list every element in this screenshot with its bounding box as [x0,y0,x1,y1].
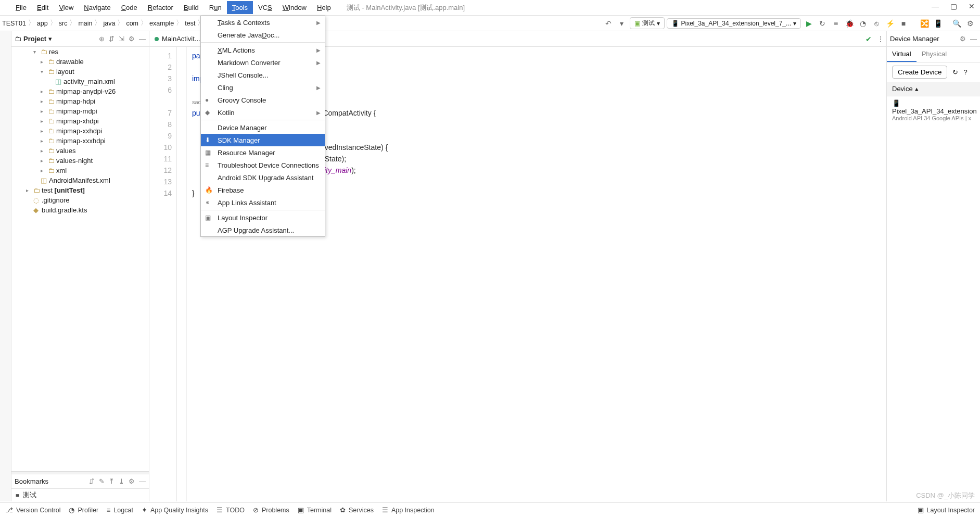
st-layout-inspector[interactable]: ▣ Layout Inspector [918,506,975,514]
tree-row[interactable]: ◫ AndroidManifest.xml [11,175,149,185]
bk-hide-icon[interactable]: — [139,477,146,485]
menu-code[interactable]: Code [116,1,143,14]
tab-virtual[interactable]: Virtual [887,47,917,62]
st-profiler[interactable]: ◔ Profiler [69,506,98,514]
st-version-control[interactable]: ⎇ Version Control [5,506,60,514]
profile-icon[interactable]: ◔ [857,18,869,29]
menu-tools[interactable]: Tools [227,1,253,14]
menu-view[interactable]: View [54,1,79,14]
menu-build[interactable]: Build [179,1,204,14]
st-services[interactable]: ✿ Services [340,506,374,514]
run-config-selector[interactable]: ▣ 测试 ▾ [630,17,665,29]
tree-row[interactable]: ▾🗀 res [11,47,149,57]
stop-icon[interactable]: ■ [898,18,909,29]
project-tree[interactable]: ▾🗀 res▸🗀 drawable▾🗀 layout◫ activity_mai… [11,47,149,471]
tree-row[interactable]: ▸🗀 mipmap-xxhdpi [11,126,149,136]
bk-up-icon[interactable]: ⤒ [109,477,114,485]
tree-row[interactable]: ▸🗀 drawable [11,57,149,67]
tree-row[interactable]: ▸🗀 xml [11,166,149,175]
gear-icon[interactable]: ⚙ [129,35,135,43]
tree-row[interactable]: ◌ .gitignore [11,195,149,205]
breadcrumb-seg[interactable]: app [35,20,50,27]
tree-row[interactable]: ▸🗀 values-night [11,156,149,166]
menu-item-jshell-console-[interactable]: JShell Console... [201,69,325,81]
breadcrumb-seg[interactable]: TEST01 [0,20,28,27]
tree-row[interactable]: ▸🗀test [unitTest] [11,185,149,195]
sort-icon[interactable]: ⇵ [109,35,114,43]
rerun-icon[interactable]: ↻ [817,18,828,29]
dropdown-icon[interactable]: ▾ [616,18,628,29]
st-app-inspection[interactable]: ☰ App Inspection [382,506,435,514]
device-row[interactable]: 📱 Pixel_3a_API_34_extension Android API … [887,96,980,124]
breadcrumb-seg[interactable]: main [76,20,94,27]
tree-row[interactable]: ▸🗀 mipmap-xxxhdpi [11,136,149,146]
dm-help-icon[interactable]: ? [963,68,967,76]
editor-more-icon[interactable]: ⋮ [875,33,886,45]
dm-refresh-icon[interactable]: ↻ [952,68,958,76]
st-app-quality[interactable]: ✦ App Quality Insights [142,506,208,514]
menu-item-generate-javadoc-[interactable]: Generate JavaDoc... [201,29,325,41]
settings-icon[interactable]: ⚙ [964,18,976,29]
st-problems[interactable]: ⊘ Problems [253,506,289,514]
menu-item-groovy-console[interactable]: ●Groovy Console [201,94,325,106]
tree-row[interactable]: ▸🗀 mipmap-xhdpi [11,116,149,126]
analysis-ok-icon[interactable]: ✔ [866,35,872,43]
collapse-icon[interactable]: ⇲ [119,35,124,43]
device-selector[interactable]: 📱 Pixel_3a_API_34_extension_level_7_... … [667,18,801,29]
menu-edit[interactable]: Edit [32,1,54,14]
menu-item-markdown-converter[interactable]: Markdown Converter▶ [201,56,325,69]
menu-run[interactable]: Run [204,1,227,14]
coverage-icon[interactable]: ≡ [830,18,842,29]
attach-icon[interactable]: ⎋ [871,18,882,29]
dm-hide-icon[interactable]: — [970,35,977,43]
st-todo[interactable]: ☰ TODO [217,506,245,514]
breadcrumb-seg[interactable]: test [183,20,197,27]
close-icon[interactable]: ✕ [969,2,975,10]
breadcrumb-seg[interactable]: example [147,20,176,27]
menu-item-resource-manager[interactable]: ▦Resource Manager [201,146,325,159]
tab-physical[interactable]: Physical [917,47,952,62]
bk-down-icon[interactable]: ⤓ [119,477,124,485]
left-toolwindow-bar[interactable] [0,31,11,501]
maximize-icon[interactable]: ▢ [950,2,957,10]
debug-icon[interactable]: 🐞 [844,18,855,29]
dm-gear-icon[interactable]: ⚙ [960,35,966,43]
menu-item-cling[interactable]: Cling▶ [201,81,325,94]
tree-row[interactable]: ▸🗀 values [11,146,149,156]
target-icon[interactable]: ⊕ [99,35,105,43]
menu-item-kotlin[interactable]: ◆Kotlin▶ [201,106,325,119]
tree-row[interactable]: ▸🗀 mipmap-anydpi-v26 [11,86,149,96]
menu-vcs[interactable]: VCS [253,1,277,14]
menu-help[interactable]: Help [312,1,336,14]
minimize-icon[interactable]: — [932,2,939,10]
sync-icon[interactable]: 🔀 [919,18,930,29]
menu-item-firebase[interactable]: 🔥Firebase [201,184,325,196]
bk-edit-icon[interactable]: ✎ [99,477,105,485]
tree-row[interactable]: ◫ activity_main.xml [11,77,149,86]
run-icon[interactable]: ▶ [803,18,814,29]
back-icon[interactable]: ↶ [603,18,614,29]
tree-row[interactable]: ▾🗀 layout [11,67,149,77]
tab-mainactivity[interactable]: MainActivit... [149,32,206,45]
menu-item-app-links-assistant[interactable]: ⚭App Links Assistant [201,196,325,209]
bk-icon[interactable]: ⇵ [89,477,95,485]
st-logcat[interactable]: ≡ Logcat [107,507,133,514]
menu-item-layout-inspector[interactable]: ▣Layout Inspector [201,211,325,224]
menu-item-device-manager[interactable]: Device Manager [201,121,325,134]
menu-item-xml-actions[interactable]: XML Actions▶ [201,44,325,56]
menu-item-agp-upgrade-assistant-[interactable]: AGP Upgrade Assistant... [201,224,325,236]
menu-file[interactable]: File [10,1,32,14]
menu-item-sdk-manager[interactable]: ⬇SDK Manager [201,134,325,146]
menu-item-android-sdk-upgrade-assistant[interactable]: Android SDK Upgrade Assistant [201,171,325,184]
hide-icon[interactable]: — [139,35,146,43]
bk-gear-icon[interactable]: ⚙ [129,477,135,485]
tree-row[interactable]: ▸🗀 mipmap-mdpi [11,106,149,116]
menu-item-tasks-contexts[interactable]: Tasks & Contexts▶ [201,16,325,29]
tree-row[interactable]: ▸🗀 mipmap-hdpi [11,96,149,106]
breadcrumb-seg[interactable]: com [124,20,141,27]
breadcrumb-seg[interactable]: java [101,20,117,27]
menu-navigate[interactable]: Navigate [79,1,116,14]
menu-window[interactable]: Window [277,1,312,14]
tree-row[interactable]: ◆ build.gradle.kts [11,205,149,215]
menu-item-troubleshoot-device-connections[interactable]: ≡Troubleshoot Device Connections [201,159,325,171]
